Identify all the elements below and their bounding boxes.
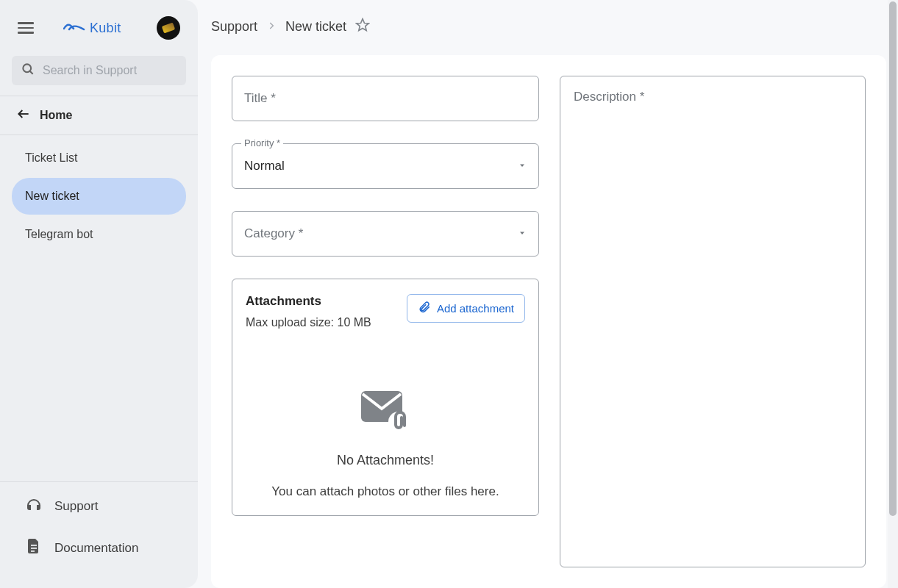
document-icon	[25, 537, 43, 559]
add-attachment-button[interactable]: Add attachment	[407, 294, 525, 323]
brand-name: Kubit	[90, 21, 121, 36]
svg-marker-8	[520, 232, 524, 235]
breadcrumb-current: New ticket	[285, 19, 346, 35]
svg-rect-4	[31, 548, 37, 549]
search-box[interactable]	[12, 56, 186, 85]
attachments-panel: Attachments Max upload size: 10 MB Add a…	[232, 279, 539, 516]
vertical-scrollbar[interactable]	[888, 0, 898, 588]
svg-rect-3	[31, 545, 37, 546]
svg-point-0	[23, 64, 31, 72]
sidebar: Kubit Home Ticket List	[0, 0, 198, 588]
search-input[interactable]	[43, 64, 177, 77]
favorite-star-button[interactable]	[355, 18, 370, 36]
avatar[interactable]	[157, 16, 180, 40]
menu-toggle-button[interactable]	[18, 22, 34, 34]
sidebar-link-documentation[interactable]: Documentation	[12, 527, 186, 569]
svg-marker-7	[520, 165, 524, 168]
sidebar-item-label: New ticket	[25, 190, 79, 202]
sidebar-item-telegram-bot[interactable]: Telegram bot	[12, 216, 186, 253]
add-attachment-label: Add attachment	[437, 302, 514, 315]
sidebar-link-label: Documentation	[54, 541, 138, 556]
svg-line-1	[30, 71, 33, 74]
dropdown-icon	[518, 227, 527, 240]
attachments-max-size: Max upload size: 10 MB	[246, 316, 371, 329]
attachments-empty-title: No Attachments!	[337, 453, 434, 468]
sidebar-item-new-ticket[interactable]: New ticket	[12, 178, 186, 215]
breadcrumb: Support New ticket	[198, 0, 898, 52]
priority-label: Priority *	[241, 137, 283, 148]
wave-icon	[63, 21, 85, 35]
attachments-title: Attachments	[246, 294, 371, 309]
brand-logo[interactable]: Kubit	[63, 21, 121, 36]
nav-home-label: Home	[40, 109, 72, 122]
svg-rect-5	[31, 551, 35, 552]
breadcrumb-root[interactable]: Support	[211, 19, 257, 35]
sidebar-link-support[interactable]: Support	[12, 485, 186, 527]
description-label: Description *	[574, 90, 644, 104]
sidebar-link-label: Support	[54, 499, 99, 514]
priority-select[interactable]: Priority * Normal	[232, 143, 539, 189]
arrow-left-icon	[16, 107, 31, 124]
paperclip-icon	[418, 301, 431, 316]
chevron-right-icon	[266, 19, 277, 35]
category-label: Category *	[244, 226, 303, 241]
sidebar-item-label: Ticket List	[25, 151, 77, 164]
sidebar-item-ticket-list[interactable]: Ticket List	[12, 140, 186, 176]
mail-attachment-icon	[359, 388, 412, 437]
priority-value: Normal	[244, 159, 285, 173]
svg-marker-6	[357, 19, 369, 31]
sidebar-item-label: Telegram bot	[25, 228, 93, 240]
attachments-empty-hint: You can attach photos or other files her…	[271, 484, 499, 499]
description-field[interactable]: Description *	[560, 76, 866, 567]
search-icon	[21, 62, 35, 79]
category-select[interactable]: Category *	[232, 211, 539, 257]
dropdown-icon	[518, 159, 527, 173]
headset-icon	[25, 495, 43, 517]
nav-home[interactable]: Home	[0, 96, 198, 135]
main-content: Support New ticket Title * Priority * No…	[198, 0, 898, 588]
title-field[interactable]: Title *	[232, 76, 539, 121]
scrollbar-thumb[interactable]	[889, 1, 897, 516]
title-label: Title *	[244, 91, 276, 106]
